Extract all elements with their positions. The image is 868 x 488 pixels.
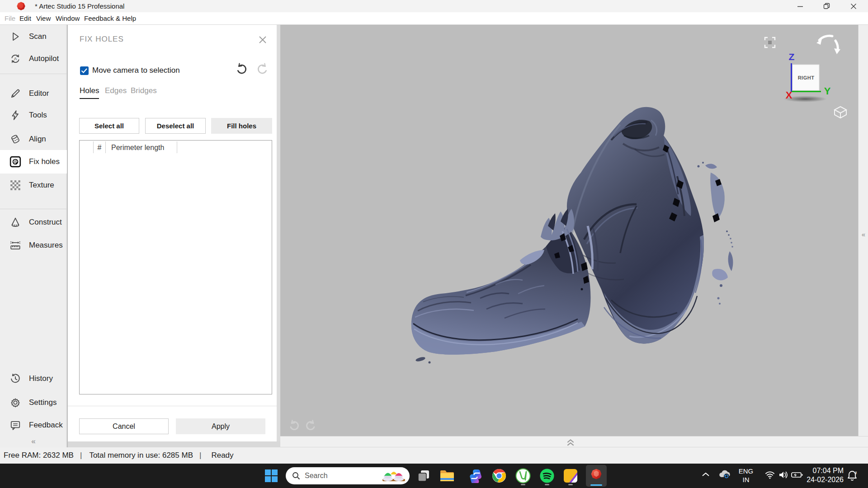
- menu-edit[interactable]: Edit: [19, 12, 31, 25]
- deselect-all-button[interactable]: Deselect all: [145, 118, 206, 134]
- spotify-icon[interactable]: [539, 468, 555, 484]
- panel-footer-divider: [68, 406, 277, 406]
- bottom-expand-strip[interactable]: [280, 436, 868, 447]
- undo-icon[interactable]: [236, 62, 248, 75]
- menu-view[interactable]: View: [36, 12, 51, 25]
- status-pipe-1: |: [80, 451, 82, 460]
- sidebar-item-measures[interactable]: Measures: [0, 234, 67, 257]
- artec-studio-taskbar-tile[interactable]: [586, 465, 607, 487]
- sidebar-item-editor[interactable]: Editor: [0, 82, 67, 105]
- minimize-button[interactable]: [790, 0, 811, 12]
- search-icon: [292, 472, 300, 480]
- menu-file[interactable]: File: [5, 12, 15, 25]
- tray-time: 07:04 PM: [807, 466, 844, 475]
- sidebar-item-scan[interactable]: Scan: [0, 25, 67, 48]
- settings-gear-icon: [9, 397, 21, 408]
- file-explorer-icon[interactable]: [439, 468, 455, 484]
- column-header-number: #: [93, 144, 106, 152]
- sidebar-collapse-button[interactable]: «: [27, 437, 40, 446]
- construct-icon: [9, 216, 21, 228]
- axis-z-label: Z: [789, 52, 795, 62]
- speaker-icon[interactable]: [778, 471, 788, 479]
- tab-holes[interactable]: Holes: [80, 86, 99, 99]
- tab-bridges[interactable]: Bridges: [131, 86, 157, 98]
- viewport-undo-icon[interactable]: [291, 421, 298, 430]
- fit-view-icon[interactable]: [765, 38, 775, 47]
- onedrive-cloud-icon[interactable]: [718, 469, 731, 480]
- right-panel-collapse-strip[interactable]: «: [858, 25, 868, 436]
- window-title: * Artec Studio 15 Professional: [35, 0, 124, 12]
- files-app-running-indicator: [568, 484, 573, 485]
- utorrent-icon[interactable]: [515, 468, 531, 484]
- tray-lang-line2: IN: [737, 475, 755, 484]
- below-panel-strip: [68, 441, 280, 447]
- right-collapse-icon[interactable]: «: [859, 230, 868, 238]
- sidebar-item-tools[interactable]: Tools: [0, 103, 67, 127]
- copilot-icon[interactable]: [467, 468, 484, 484]
- sidebar-item-construct[interactable]: Construct: [0, 211, 67, 234]
- task-view-icon[interactable]: [415, 468, 432, 484]
- autopilot-icon: A: [9, 53, 21, 65]
- viewport-redo-icon[interactable]: [307, 421, 314, 430]
- sidebar-label-align: Align: [29, 135, 46, 144]
- fix-holes-icon: [9, 156, 21, 168]
- sidebar-label-measures: Measures: [29, 241, 63, 250]
- axis-gizmo[interactable]: Z RIGHT X Y: [783, 52, 831, 102]
- chrome-icon[interactable]: [491, 468, 507, 484]
- status-ready: Ready: [211, 451, 233, 460]
- title-bar: * Artec Studio 15 Professional: [0, 0, 868, 12]
- viewport-canvas: Z RIGHT X Y: [280, 25, 868, 436]
- close-button[interactable]: [843, 0, 864, 12]
- holes-table[interactable]: # Perimeter length: [79, 140, 272, 394]
- panel-shadow: [277, 25, 280, 441]
- notification-bell-icon[interactable]: z: [846, 470, 858, 482]
- tray-clock[interactable]: 07:04 PM 24-02-2026: [807, 466, 844, 484]
- tools-icon: [9, 109, 21, 121]
- axis-x-label: X: [786, 89, 793, 101]
- move-camera-label: Move camera to selection: [92, 66, 180, 75]
- restore-button[interactable]: [816, 0, 837, 12]
- apply-button[interactable]: Apply: [176, 418, 265, 434]
- battery-icon[interactable]: [791, 471, 803, 479]
- scan-icon: [9, 31, 21, 42]
- feedback-icon: [9, 419, 21, 431]
- tray-expand-icon[interactable]: [702, 472, 710, 477]
- sidebar-item-autopilot[interactable]: A Autopilot: [0, 47, 67, 70]
- start-button[interactable]: [263, 468, 279, 484]
- panel-close-icon[interactable]: [257, 34, 269, 46]
- sidebar-label-tools: Tools: [29, 111, 47, 120]
- sidebar-label-scan: Scan: [29, 32, 47, 41]
- sidebar-item-history[interactable]: History: [0, 367, 67, 390]
- menu-window[interactable]: Window: [56, 12, 80, 25]
- tray-lang-line1: ENG: [737, 467, 755, 475]
- sidebar-item-fix-holes[interactable]: Fix holes: [0, 150, 67, 174]
- files-app-icon[interactable]: [562, 468, 579, 484]
- search-box[interactable]: Search: [286, 467, 410, 484]
- sidebar-item-align[interactable]: Align: [0, 127, 67, 151]
- cube-view-icon[interactable]: [835, 107, 846, 118]
- select-all-button[interactable]: Select all: [79, 118, 139, 134]
- status-pipe-2: |: [199, 451, 201, 460]
- rotate-view-icon[interactable]: [816, 36, 840, 54]
- fill-holes-button[interactable]: Fill holes: [211, 118, 272, 134]
- sidebar-item-texture[interactable]: Texture: [0, 174, 67, 197]
- bottom-expand-icon[interactable]: [566, 438, 575, 446]
- model-shoe-left: [411, 209, 591, 355]
- sidebar-item-settings[interactable]: Settings: [0, 391, 67, 414]
- tab-edges[interactable]: Edges: [105, 86, 127, 98]
- cancel-button[interactable]: Cancel: [79, 418, 169, 434]
- menu-feedback-help[interactable]: Feedback & Help: [84, 12, 136, 25]
- sidebar-separator-1: [0, 74, 67, 74]
- panel-title: FIX HOLES: [80, 35, 124, 44]
- artec-logo-icon: [16, 1, 26, 11]
- redo-icon[interactable]: [256, 62, 269, 75]
- search-placeholder: Search: [305, 472, 328, 480]
- texture-icon: [9, 179, 21, 191]
- sidebar-label-texture: Texture: [29, 181, 54, 190]
- sidebar-item-feedback[interactable]: Feedback: [0, 413, 67, 437]
- move-camera-checkbox[interactable]: [80, 66, 89, 75]
- sidebar-label-history: History: [29, 374, 53, 383]
- tray-language-indicator[interactable]: ENG IN: [737, 467, 755, 484]
- viewport-3d[interactable]: Z RIGHT X Y: [280, 25, 868, 436]
- wifi-icon[interactable]: [765, 471, 775, 479]
